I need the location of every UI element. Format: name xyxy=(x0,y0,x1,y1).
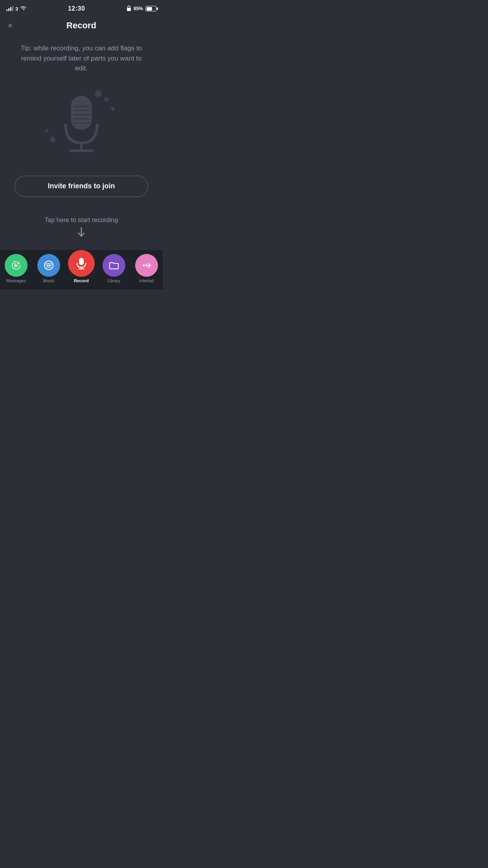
tip-text: Tip: while recording, you can add flags … xyxy=(8,43,155,74)
dot-5 xyxy=(45,129,49,132)
library-icon-circle xyxy=(103,254,125,277)
library-icon xyxy=(108,259,120,271)
svg-point-22 xyxy=(145,265,147,267)
record-icon-circle xyxy=(68,250,95,277)
tab-music[interactable]: Music xyxy=(33,254,65,283)
status-left: 3 xyxy=(6,6,26,12)
dot-3 xyxy=(111,107,115,111)
svg-point-21 xyxy=(143,265,145,267)
signal-icon xyxy=(6,6,13,11)
status-right: 65% xyxy=(127,6,156,12)
tab-library[interactable]: Library xyxy=(97,254,130,283)
page-title: Record xyxy=(66,20,96,31)
tab-interlude[interactable]: Interlud xyxy=(130,254,163,283)
battery-percent: 65% xyxy=(134,6,143,11)
tab-messages-label: Messages xyxy=(6,278,26,283)
tab-bar: Messages Music Record xyxy=(0,250,163,289)
tab-interlude-label: Interlud xyxy=(139,278,154,283)
music-icon xyxy=(43,259,55,271)
svg-rect-18 xyxy=(79,258,84,265)
main-content: Tip: while recording, you can add flags … xyxy=(0,35,163,239)
record-mic-icon xyxy=(75,257,88,270)
tap-section: Tap here to start recording xyxy=(45,217,118,239)
messages-icon xyxy=(11,260,22,271)
interlude-icon xyxy=(141,259,152,271)
tap-hint-text: Tap here to start recording xyxy=(45,217,118,224)
tab-music-label: Music xyxy=(43,278,55,283)
close-button[interactable]: × xyxy=(8,21,13,30)
tab-record-label: Record xyxy=(74,278,89,283)
status-time: 12:30 xyxy=(68,5,85,12)
battery-icon xyxy=(145,6,156,11)
music-icon-circle xyxy=(37,254,60,277)
status-bar: 3 12:30 65% xyxy=(0,0,163,17)
lock-icon xyxy=(127,6,131,12)
wifi-icon xyxy=(20,6,26,12)
interlude-icon-circle xyxy=(135,254,158,277)
mic-container xyxy=(42,85,121,164)
network-label: 3 xyxy=(15,6,18,12)
header: × Record xyxy=(0,17,163,35)
messages-icon-circle xyxy=(5,254,28,277)
microphone-icon xyxy=(54,93,109,156)
svg-rect-1 xyxy=(71,96,92,130)
tab-messages[interactable]: Messages xyxy=(0,254,33,283)
svg-rect-0 xyxy=(127,8,131,11)
tab-record[interactable]: Record xyxy=(65,254,98,283)
tab-library-label: Library xyxy=(107,278,121,283)
invite-friends-button[interactable]: Invite friends to join xyxy=(15,176,148,197)
arrow-down-icon xyxy=(77,227,86,239)
